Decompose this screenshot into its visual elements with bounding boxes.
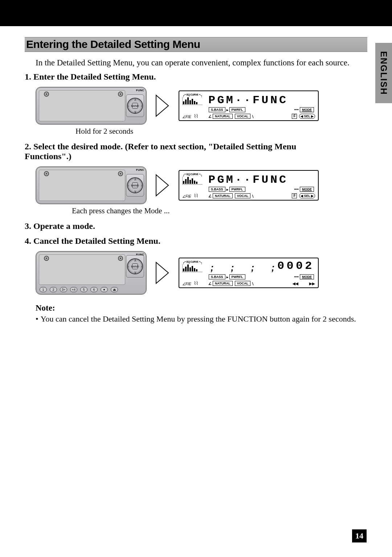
rewind-icon: ◀◀ [293,282,298,286]
lcd-display-3: ┌"EQ CURVE"┐ ; ; ; ; 0002 S.BASS▸PWRFL •… [179,258,319,288]
note-body: • You can cancel the Detailed Setting Me… [36,314,367,324]
section-title: Entering the Detailed Setting Menu [25,37,367,52]
svg-marker-2 [156,262,168,283]
lcd-display-2: ┌"EQ CURVE"┐ PGM··FUNC S.BASS▸PWRFL ••••… [179,170,319,201]
note-heading: Note: [36,303,367,313]
svg-marker-0 [156,95,168,116]
arrow-icon [154,93,171,118]
device-illustration-2: FUNC BAND [36,166,147,204]
device-illustration-1: FUNC BAND [36,87,147,125]
step-1: 1. Enter the Detailed Setting Menu. [25,72,340,82]
lcd-ticks: ; ; ; ; [211,262,282,273]
step-3: 3. Operate a mode. [25,221,340,231]
lcd-counter: 0002 [277,260,314,272]
lcd-main-text: PGM··FUNC [208,94,288,106]
band-button: BAND [132,103,138,109]
note-text: You can cancel the Detailed Setting Menu… [41,314,356,324]
caption-2: Each press changes the Mode ... [72,206,367,215]
device-illustration-3: FUNC BAND 1 2 3» «4 5 6 ● ⏏︎ [36,251,147,295]
fast-forward-icon: ▶▶ [309,282,315,286]
page-number: 14 [352,529,367,542]
svg-marker-1 [156,175,168,196]
figure-row-3: FUNC BAND 1 2 3» «4 5 6 ● ⏏︎ ┌"EQ CURV [36,251,367,295]
figure-row-2: FUNC BAND ┌"EQ CURVE"┐ PGM··FUNC S.BASS▸… [36,166,367,204]
lcd-display-1: ┌"EQ CURVE"┐ PGM··FUNC S.BASS▸PWRFL ••••… [179,90,319,121]
arrow-icon [154,173,171,198]
func-label: FUNC [136,89,144,92]
caption-1: Hold for 2 seconds [75,127,367,136]
step-2: 2. Select the desired mode. (Refer to ne… [25,142,340,161]
lcd-main-text: PGM··FUNC [208,174,288,186]
numeric-buttons: 1 2 3» «4 5 6 ● ⏏︎ [40,287,118,292]
arrow-icon [154,260,171,286]
top-black-bar [0,0,392,26]
figure-row-1: FUNC BAND ┌"EQ CURVE"┐ PGM··FUNC S.BASS▸… [36,87,367,125]
page-content: Entering the Detailed Setting Menu In th… [0,26,392,324]
section-intro: In the Detailed Setting Menu, you can op… [36,57,351,68]
step-4: 4. Cancel the Detailed Setting Menu. [25,236,340,246]
